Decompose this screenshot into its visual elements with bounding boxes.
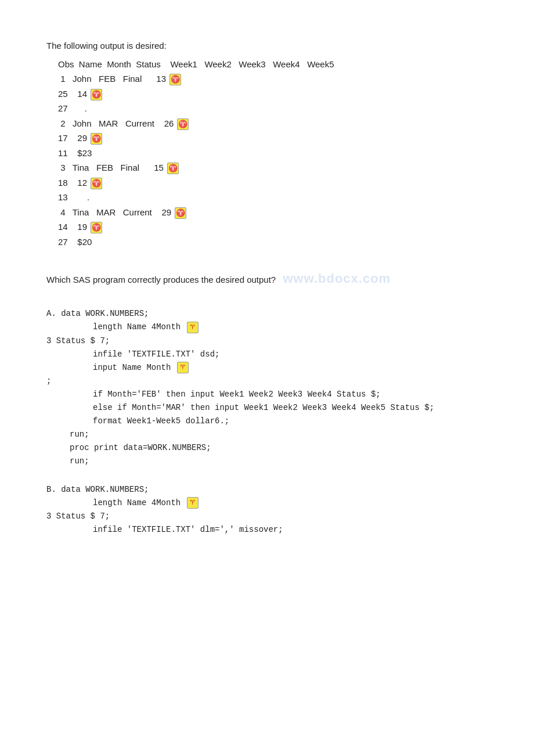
- icon-badge: ♈: [169, 74, 181, 85]
- main-content: The following output is desired: Obs Nam…: [46, 38, 488, 537]
- cell-obs: 3: [58, 163, 70, 172]
- cell-week1-cont: 14: [77, 89, 87, 99]
- table-row: 11 $23: [58, 146, 488, 161]
- answer-a-line1: A. data WORK.NUMBERS;: [46, 307, 488, 321]
- cell-status: Final: [123, 74, 154, 84]
- answer-a-line3: 3 Status $ 7;: [46, 334, 488, 348]
- cell-name: John: [73, 74, 96, 84]
- table-row: 1 John FEB Final 13 ♈: [58, 71, 488, 87]
- answer-a-line8: else if Month='MAR' then input Week1 Wee…: [93, 401, 488, 415]
- answer-a-line7: if Month='FEB' then input Week1 Week2 We…: [93, 388, 488, 401]
- cell-obs: 1: [58, 74, 70, 84]
- cell-name: John: [73, 118, 96, 128]
- table-row: 13 .: [58, 190, 488, 205]
- question-text: Which SAS program correctly produces the…: [46, 268, 488, 289]
- icon-badge: ♈: [187, 497, 199, 509]
- cell-obs: 17: [58, 133, 75, 143]
- cell-week1: 13: [156, 74, 166, 84]
- col-name: Name: [79, 59, 104, 69]
- cell-obs: 4: [58, 207, 70, 217]
- cell-week1: 15: [154, 163, 164, 172]
- cell-dot: .: [77, 103, 87, 113]
- col-week2: Week2: [204, 59, 236, 69]
- icon-badge: ♈: [91, 89, 102, 100]
- answer-a: A. data WORK.NUMBERS; length Name 4Month…: [46, 307, 488, 468]
- answer-b-line2: length Name 4Month ♈: [93, 496, 488, 510]
- cell-week1-cont: 12: [77, 178, 87, 188]
- answer-b-line3: 3 Status $ 7;: [46, 510, 488, 523]
- cell-month: FEB: [99, 74, 121, 84]
- answer-b: B. data WORK.NUMBERS; length Name 4Month…: [46, 483, 488, 537]
- col-week1: Week1: [170, 59, 202, 69]
- table-row: 4 Tina MAR Current 29 ♈: [58, 205, 488, 220]
- cell-obs: 18: [58, 178, 75, 188]
- icon-badge: ♈: [175, 207, 186, 219]
- watermark-text: www.bdocx.com: [283, 271, 391, 286]
- cell-name: Tina: [73, 163, 94, 172]
- answer-a-line6: ;: [46, 375, 488, 388]
- cell-month: FEB: [96, 163, 118, 172]
- col-week5: Week5: [307, 59, 334, 69]
- icon-badge: ♈: [91, 178, 102, 189]
- table-row: 17 29 ♈: [58, 131, 488, 146]
- cell-dollar: $23: [77, 148, 92, 158]
- intro-text: The following output is desired:: [46, 38, 488, 53]
- icon-badge: ♈: [187, 322, 199, 333]
- table-row: 25 14 ♈: [58, 87, 488, 102]
- col-status: Status: [136, 59, 168, 69]
- icon-badge: ♈: [167, 163, 179, 174]
- cell-week1: 29: [161, 207, 171, 217]
- col-week4: Week4: [273, 59, 305, 69]
- cell-week1-cont: 29: [77, 133, 87, 143]
- answer-a-line11: proc print data=WORK.NUMBERS;: [70, 441, 488, 455]
- table-row: 18 12 ♈: [58, 175, 488, 190]
- table-row: 27 .: [58, 101, 488, 116]
- cell-obs: 13: [58, 192, 75, 202]
- table-row: 27 $20: [58, 235, 488, 250]
- cell-week1: 26: [164, 118, 174, 128]
- cell-obs: 27: [58, 237, 75, 247]
- cell-week1-cont: 19: [77, 222, 87, 232]
- answer-a-line2: length Name 4Month ♈: [93, 321, 488, 334]
- icon-badge: ♈: [91, 133, 102, 145]
- table-row: 14 19 ♈: [58, 219, 488, 235]
- answer-a-line12: run;: [70, 455, 488, 468]
- col-obs: Obs: [58, 59, 77, 69]
- col-month: Month: [107, 59, 134, 69]
- table-header: Obs Name Month Status Week1 Week2 Week3 …: [58, 57, 488, 72]
- answer-a-line5: input Name Month ♈: [93, 361, 488, 375]
- cell-obs: 27: [58, 103, 75, 113]
- cell-dollar: $20: [77, 237, 92, 247]
- icon-badge: ♈: [177, 118, 189, 130]
- cell-status: Current: [125, 118, 162, 128]
- table-row: 2 John MAR Current 26 ♈: [58, 116, 488, 131]
- icon-badge: ♈: [91, 222, 102, 233]
- col-week3: Week3: [239, 59, 270, 69]
- cell-month: MAR: [99, 118, 123, 128]
- answer-b-line1: B. data WORK.NUMBERS;: [46, 483, 488, 496]
- cell-status: Final: [121, 163, 151, 172]
- icon-badge: ♈: [177, 362, 189, 373]
- cell-obs: 14: [58, 222, 75, 232]
- cell-status: Current: [123, 207, 160, 217]
- cell-month: MAR: [96, 207, 121, 217]
- answer-a-line10: run;: [70, 428, 488, 441]
- answer-a-line4: infile 'TEXTFILE.TXT' dsd;: [93, 348, 488, 361]
- cell-obs: 11: [58, 148, 75, 158]
- cell-obs: 25: [58, 89, 75, 99]
- question-label: Which SAS program correctly produces the…: [46, 275, 276, 285]
- cell-obs: 2: [58, 118, 70, 128]
- cell-dot: .: [77, 192, 89, 202]
- answer-a-line9: format Week1-Week5 dollar6.;: [93, 415, 488, 428]
- cell-name: Tina: [73, 207, 94, 217]
- table-row: 3 Tina FEB Final 15 ♈: [58, 160, 488, 175]
- answer-b-line4: infile 'TEXTFILE.TXT' dlm=',' missover;: [93, 523, 488, 537]
